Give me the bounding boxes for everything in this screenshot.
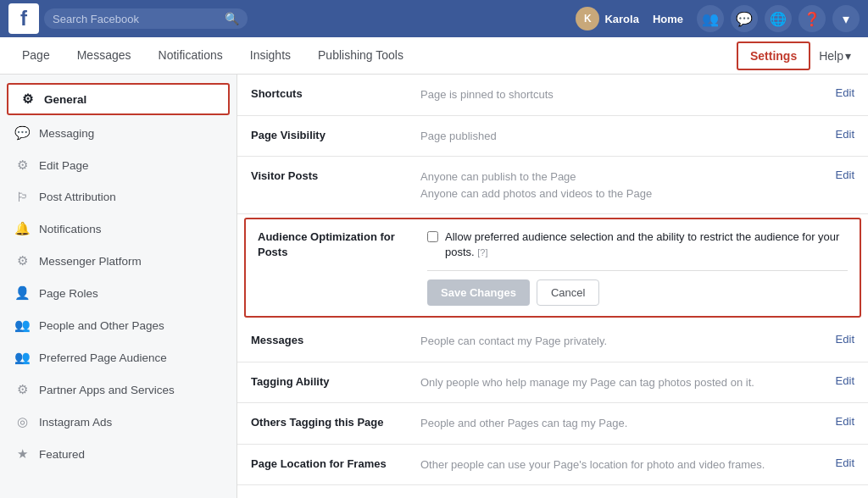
btn-group: Save Changes Cancel <box>427 279 848 306</box>
sidebar-item-label: Preferred Page Audience <box>39 351 167 364</box>
tagging-ability-row: Tagging Ability Only people who help man… <box>237 362 868 404</box>
username-label: Karola <box>604 13 638 25</box>
divider <box>427 270 848 271</box>
sidebar-item-messaging[interactable]: 💬 Messaging <box>0 117 236 149</box>
page-visibility-edit[interactable]: Edit <box>822 128 854 141</box>
post-attribution-icon: 🏳 <box>14 190 31 204</box>
instagram-icon: ◎ <box>14 414 31 429</box>
sidebar-item-label: Page Roles <box>39 287 98 300</box>
preferred-audience-icon: 👥 <box>14 350 31 365</box>
star-icon: ★ <box>14 446 31 462</box>
avatar: K <box>576 7 599 30</box>
facebook-logo: f <box>8 3 39 34</box>
search-icon: 🔍 <box>225 12 239 25</box>
visitor-posts-value: Anyone can publish to the PageAnyone can… <box>420 169 822 202</box>
cancel-button[interactable]: Cancel <box>537 279 599 306</box>
main-layout: ⚙ General 💬 Messaging ⚙ Edit Page 🏳 Post… <box>0 75 868 498</box>
audience-optimization-label: Audience Optimization for Posts <box>258 230 427 260</box>
help-chevron-icon: ▾ <box>845 49 851 63</box>
page-navigation: Page Messages Notifications Insights Pub… <box>0 37 868 75</box>
sidebar-item-label: Instagram Ads <box>39 416 112 429</box>
help-label: Help <box>819 49 843 63</box>
user-info: K Karola <box>576 7 638 30</box>
help-nav-item[interactable]: Help ▾ <box>810 39 860 73</box>
people-icon: 👥 <box>14 318 31 333</box>
shortcuts-edit[interactable]: Edit <box>822 86 854 99</box>
sidebar-item-label: Messaging <box>39 127 94 140</box>
tagging-ability-label: Tagging Ability <box>251 374 420 390</box>
nav-item-messages[interactable]: Messages <box>64 37 145 75</box>
messenger-icon[interactable]: 💬 <box>731 5 758 32</box>
messages-edit[interactable]: Edit <box>822 333 854 346</box>
dropdown-icon[interactable]: ▾ <box>832 5 860 32</box>
partner-apps-icon: ⚙ <box>14 382 31 397</box>
sidebar-item-instagram-ads[interactable]: ◎ Instagram Ads <box>0 406 236 438</box>
shortcuts-value: Page is pinned to shortcuts <box>420 86 822 103</box>
page-visibility-row: Page Visibility Page published Edit <box>237 116 868 158</box>
top-navigation: f 🔍 K Karola Home 👥 💬 🌐 ❓ ▾ <box>0 0 868 37</box>
sidebar-item-label: Notifications <box>39 223 102 235</box>
visitor-posts-label: Visitor Posts <box>251 169 420 184</box>
messages-value: People can contact my Page privately. <box>420 333 822 350</box>
sidebar-item-label: General <box>44 93 86 106</box>
search-input[interactable] <box>53 13 221 25</box>
others-tagging-edit[interactable]: Edit <box>822 415 854 428</box>
page-location-label: Page Location for Frames <box>251 456 420 472</box>
sidebar: ⚙ General 💬 Messaging ⚙ Edit Page 🏳 Post… <box>0 75 237 498</box>
edit-page-icon: ⚙ <box>14 158 31 173</box>
sidebar-item-preferred-audience[interactable]: 👥 Preferred Page Audience <box>0 341 236 374</box>
sidebar-item-post-attribution[interactable]: 🏳 Post Attribution <box>0 181 236 213</box>
messaging-icon: 💬 <box>14 125 31 141</box>
visitor-posts-row: Visitor Posts Anyone can publish to the … <box>237 157 868 214</box>
audience-optimization-checkbox[interactable] <box>427 231 438 242</box>
notifications-icon: 🔔 <box>14 221 31 236</box>
sidebar-item-people-and-pages[interactable]: 👥 People and Other Pages <box>0 309 236 341</box>
visitor-posts-edit[interactable]: Edit <box>822 169 854 181</box>
shortcuts-label: Shortcuts <box>251 86 420 102</box>
audience-checkbox-label: Allow preferred audience selection and t… <box>445 230 848 260</box>
page-location-row: Page Location for Frames Other people ca… <box>237 445 868 486</box>
page-roles-icon: 👤 <box>14 285 31 301</box>
sidebar-item-page-roles[interactable]: 👤 Page Roles <box>0 277 236 309</box>
sidebar-item-label: Partner Apps and Services <box>39 384 175 396</box>
home-link[interactable]: Home <box>646 13 690 25</box>
messenger-platform-icon: ⚙ <box>14 253 31 268</box>
audience-checkbox-row: Allow preferred audience selection and t… <box>427 230 848 260</box>
help-question-link[interactable]: [?] <box>477 247 487 257</box>
nav-item-insights[interactable]: Insights <box>236 37 304 75</box>
search-bar[interactable]: 🔍 <box>44 8 248 29</box>
page-visibility-label: Page Visibility <box>251 128 420 143</box>
page-location-edit[interactable]: Edit <box>822 456 854 469</box>
help-icon[interactable]: ❓ <box>798 5 826 32</box>
others-tagging-label: Others Tagging this Page <box>251 415 420 430</box>
globe-icon[interactable]: 🌐 <box>765 5 792 32</box>
sidebar-item-label: People and Other Pages <box>39 319 164 332</box>
sidebar-item-label: Messenger Platform <box>39 255 142 268</box>
settings-button[interactable]: Settings <box>737 42 810 70</box>
shortcuts-row: Shortcuts Page is pinned to shortcuts Ed… <box>237 75 868 116</box>
messages-label: Messages <box>251 333 420 348</box>
sidebar-item-label: Edit Page <box>39 159 89 172</box>
sidebar-item-label: Post Attribution <box>39 191 116 203</box>
friends-icon[interactable]: 👥 <box>697 5 724 32</box>
tagging-ability-edit[interactable]: Edit <box>822 374 854 387</box>
others-tagging-value: People and other Pages can tag my Page. <box>420 415 822 432</box>
sidebar-item-notifications[interactable]: 🔔 Notifications <box>0 213 236 245</box>
nav-item-notifications[interactable]: Notifications <box>145 37 236 75</box>
sidebar-item-featured[interactable]: ★ Featured <box>0 438 236 470</box>
nav-right: K Karola Home 👥 💬 🌐 ❓ ▾ <box>576 5 860 32</box>
sidebar-item-edit-page[interactable]: ⚙ Edit Page <box>0 149 236 181</box>
tagging-ability-value: Only people who help manage my Page can … <box>420 374 822 391</box>
page-location-value: Other people can use your Page's locatio… <box>420 456 822 473</box>
audience-optimization-content: Allow preferred audience selection and t… <box>427 230 848 306</box>
nav-item-page[interactable]: Page <box>8 37 64 75</box>
sidebar-item-messenger-platform[interactable]: ⚙ Messenger Platform <box>0 245 236 277</box>
country-restrictions-row: Country Restrictions Page is visible to … <box>237 485 868 498</box>
gear-icon: ⚙ <box>19 91 36 107</box>
sidebar-item-partner-apps[interactable]: ⚙ Partner Apps and Services <box>0 374 236 406</box>
nav-item-publishing-tools[interactable]: Publishing Tools <box>304 37 417 75</box>
save-changes-button[interactable]: Save Changes <box>427 279 530 306</box>
page-visibility-value: Page published <box>420 128 822 145</box>
sidebar-item-general[interactable]: ⚙ General <box>7 83 230 115</box>
others-tagging-row: Others Tagging this Page People and othe… <box>237 403 868 445</box>
